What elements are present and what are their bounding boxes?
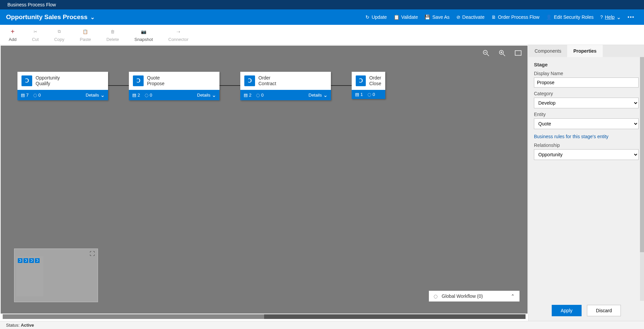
connector-line xyxy=(108,85,129,86)
stage-contract[interactable]: Ͻ Order Contract ▤ 2 ◌ 0 Details xyxy=(240,72,331,100)
stage-name: Qualify xyxy=(36,81,60,87)
entity-select[interactable]: Quote xyxy=(534,118,639,129)
workflow-count: ◌ 0 xyxy=(256,93,263,98)
delete-button[interactable]: 🗑 Delete xyxy=(104,27,122,43)
workflow-icon: ◌ xyxy=(434,293,438,299)
workflow-count: ◌ 0 xyxy=(367,92,375,97)
paste-icon: 📋 xyxy=(82,28,89,35)
canvas-wrap: Ͻ Opportunity Qualify ▤ 7 ◌ 0 Details xyxy=(0,45,528,321)
status-bar: Status: Active xyxy=(0,321,644,329)
security-button[interactable]: 👤 Edit Security Roles xyxy=(543,12,597,22)
details-toggle[interactable]: Details xyxy=(308,92,328,98)
entity-label: Entity xyxy=(534,112,639,117)
apply-button[interactable]: Apply xyxy=(552,305,582,316)
steps-count: ▤ 1 xyxy=(355,92,363,97)
page-icon: 🗎 xyxy=(491,14,496,20)
workflow-count: ◌ 0 xyxy=(33,93,41,98)
update-button[interactable]: ↻ Update xyxy=(362,12,390,22)
tab-properties[interactable]: Properties xyxy=(567,45,602,57)
clipboard-icon: 📋 xyxy=(394,14,399,20)
deactivate-label: Deactivate xyxy=(462,14,485,20)
paste-label: Paste xyxy=(80,37,91,42)
relationship-select[interactable]: Opportunity xyxy=(534,149,639,160)
status-label: Status: xyxy=(6,323,19,328)
stage-propose[interactable]: Ͻ Quote Propose ▤ 2 ◌ 0 Details xyxy=(129,72,219,100)
flow-title[interactable]: Opportunity Sales Process xyxy=(6,13,95,21)
stage-entity: Opportunity xyxy=(36,75,60,81)
svg-rect-7 xyxy=(515,51,521,55)
steps-count: ▤ 7 xyxy=(21,93,29,98)
status-value: Active xyxy=(21,323,34,328)
expand-icon[interactable]: ⛶ xyxy=(90,251,95,257)
business-rules-link[interactable]: Business rules for this stage's entity xyxy=(534,134,639,139)
validate-button[interactable]: 📋 Validate xyxy=(390,12,422,22)
svg-line-1 xyxy=(487,54,489,56)
zoom-out-button[interactable] xyxy=(482,49,490,57)
save-icon: 💾 xyxy=(425,14,430,20)
relationship-label: Relationship xyxy=(534,143,639,148)
copy-button[interactable]: ⧉ Copy xyxy=(51,27,67,43)
update-label: Update xyxy=(371,14,387,20)
command-bar: Opportunity Sales Process ↻ Update 📋 Val… xyxy=(0,9,644,25)
minimap-stage-icon: Ͻ xyxy=(35,258,40,263)
chevron-down-icon xyxy=(90,13,95,21)
horizontal-scrollbar[interactable] xyxy=(3,314,526,319)
global-workflow-label: Global Workflow (0) xyxy=(442,293,483,299)
discard-button[interactable]: Discard xyxy=(587,305,621,316)
steps-count: ▤ 2 xyxy=(132,93,140,98)
tab-components[interactable]: Components xyxy=(529,45,567,57)
category-label: Category xyxy=(534,91,639,96)
more-button[interactable]: ••• xyxy=(624,12,638,22)
zoom-in-button[interactable] xyxy=(498,49,506,57)
saveas-label: Save As xyxy=(432,14,449,20)
details-toggle[interactable]: Details xyxy=(197,92,216,98)
stage-entity: Order xyxy=(369,75,381,81)
stage-close[interactable]: Ͻ Order Close ▤ 1 ◌ 0 xyxy=(352,72,385,99)
titlebar-text: Business Process Flow xyxy=(7,2,56,7)
copy-icon: ⧉ xyxy=(56,28,63,35)
snapshot-button[interactable]: 📷 Snapshot xyxy=(132,27,156,43)
connector-line xyxy=(219,85,240,86)
connector-button[interactable]: ⇢ Connector xyxy=(166,27,191,43)
display-name-input[interactable] xyxy=(534,77,639,88)
scrollbar-thumb[interactable] xyxy=(640,57,644,252)
security-label: Edit Security Roles xyxy=(554,14,593,20)
details-toggle[interactable]: Details xyxy=(86,92,105,98)
cut-label: Cut xyxy=(32,37,39,42)
add-button[interactable]: + Add xyxy=(6,27,19,43)
minimap-stage-icon: Ͻ xyxy=(18,258,22,263)
cut-button[interactable]: ✂ Cut xyxy=(29,27,41,43)
stage-entity: Quote xyxy=(147,75,164,81)
deactivate-button[interactable]: ⊘ Deactivate xyxy=(453,12,488,22)
category-select[interactable]: Develop xyxy=(534,98,639,108)
stage-name: Propose xyxy=(147,81,164,87)
canvas[interactable]: Ͻ Opportunity Qualify ▤ 7 ◌ 0 Details xyxy=(1,46,528,314)
properties-panel: Components Properties Stage Display Name… xyxy=(528,45,644,321)
scissors-icon: ✂ xyxy=(32,28,39,35)
vertical-scrollbar[interactable] xyxy=(640,57,644,301)
chevron-up-icon[interactable]: ⌃ xyxy=(511,293,515,299)
orderflow-button[interactable]: 🗎 Order Process Flow xyxy=(488,12,543,22)
add-label: Add xyxy=(9,37,16,42)
stage-name: Contract xyxy=(258,81,276,87)
global-workflow-bar[interactable]: ◌ Global Workflow (0) ⌃ xyxy=(429,291,519,301)
connector-line xyxy=(331,85,352,86)
delete-label: Delete xyxy=(106,37,119,42)
paste-button[interactable]: 📋 Paste xyxy=(77,27,94,43)
help-button[interactable]: ? Help xyxy=(597,12,625,22)
panel-body: Stage Display Name Category Develop Enti… xyxy=(529,57,644,300)
connector-label: Connector xyxy=(168,37,189,42)
camera-icon: 📷 xyxy=(140,28,147,35)
display-name-label: Display Name xyxy=(534,71,639,76)
stage-qualify[interactable]: Ͻ Opportunity Qualify ▤ 7 ◌ 0 Details xyxy=(17,72,108,100)
plus-icon: + xyxy=(9,28,16,35)
toolbar: + Add ✂ Cut ⧉ Copy 📋 Paste 🗑 Delete 📷 Sn… xyxy=(0,25,644,45)
scrollbar-thumb[interactable] xyxy=(3,314,264,319)
workflow-count: ◌ 0 xyxy=(145,93,152,98)
fit-screen-button[interactable] xyxy=(514,49,522,57)
chevron-down-icon xyxy=(616,14,621,20)
minimap[interactable]: ⛶ Ͻ Ͻ Ͻ Ͻ xyxy=(14,249,98,302)
saveas-button[interactable]: 💾 Save As xyxy=(421,12,453,22)
stages-row: Ͻ Opportunity Qualify ▤ 7 ◌ 0 Details xyxy=(17,72,385,100)
stage-icon: Ͻ xyxy=(244,75,255,86)
